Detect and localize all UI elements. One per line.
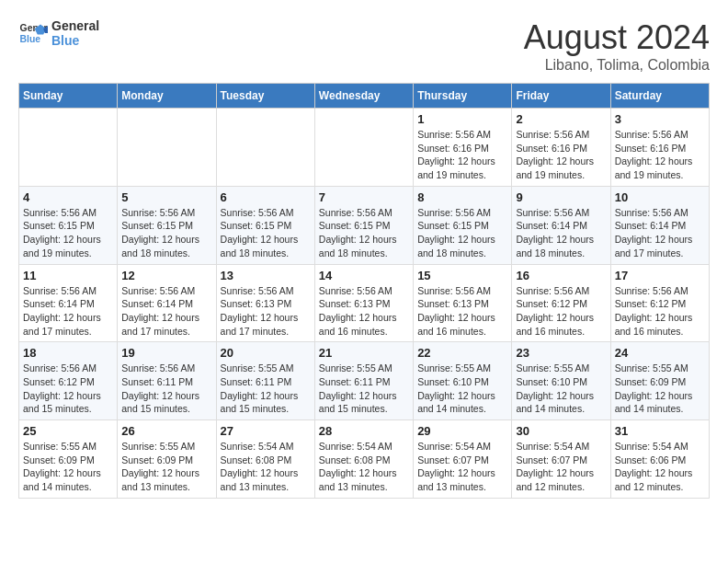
day-info: Sunrise: 5:54 AMSunset: 6:08 PMDaylight:…: [221, 440, 311, 494]
weekday-header-friday: Friday: [512, 84, 610, 109]
day-number: 4: [23, 190, 113, 204]
day-number: 18: [23, 346, 113, 360]
day-info: Sunrise: 5:55 AMSunset: 6:10 PMDaylight:…: [417, 362, 507, 416]
calendar-cell: 15Sunrise: 5:56 AMSunset: 6:13 PMDayligh…: [414, 264, 512, 342]
day-info: Sunrise: 5:54 AMSunset: 6:07 PMDaylight:…: [516, 440, 606, 494]
calendar-cell: 13Sunrise: 5:56 AMSunset: 6:13 PMDayligh…: [216, 264, 314, 342]
day-number: 30: [516, 424, 606, 438]
day-number: 17: [615, 269, 705, 282]
day-number: 19: [121, 346, 211, 360]
weekday-header-row: SundayMondayTuesdayWednesdayThursdayFrid…: [19, 84, 710, 109]
day-info: Sunrise: 5:56 AMSunset: 6:15 PMDaylight:…: [417, 206, 507, 260]
day-info: Sunrise: 5:56 AMSunset: 6:13 PMDaylight:…: [417, 284, 507, 339]
day-number: 10: [615, 190, 705, 204]
calendar-cell: 23Sunrise: 5:55 AMSunset: 6:10 PMDayligh…: [512, 342, 610, 420]
day-number: 12: [121, 269, 211, 282]
day-number: 22: [417, 346, 507, 360]
calendar-cell: 21Sunrise: 5:55 AMSunset: 6:11 PMDayligh…: [314, 342, 413, 420]
day-info: Sunrise: 5:56 AMSunset: 6:16 PMDaylight:…: [516, 128, 606, 182]
weekday-header-monday: Monday: [118, 84, 216, 109]
calendar-cell: 9Sunrise: 5:56 AMSunset: 6:14 PMDaylight…: [512, 186, 610, 264]
calendar-cell: 17Sunrise: 5:56 AMSunset: 6:12 PMDayligh…: [610, 264, 709, 342]
day-info: Sunrise: 5:56 AMSunset: 6:16 PMDaylight:…: [615, 128, 705, 182]
day-info: Sunrise: 5:56 AMSunset: 6:14 PMDaylight:…: [615, 206, 705, 260]
week-row-3: 11Sunrise: 5:56 AMSunset: 6:14 PMDayligh…: [19, 264, 710, 342]
calendar-cell: 28Sunrise: 5:54 AMSunset: 6:08 PMDayligh…: [314, 420, 413, 499]
calendar-cell: 2Sunrise: 5:56 AMSunset: 6:16 PMDaylight…: [512, 109, 610, 187]
day-info: Sunrise: 5:55 AMSunset: 6:11 PMDaylight:…: [221, 362, 311, 416]
day-number: 5: [121, 190, 211, 204]
day-info: Sunrise: 5:56 AMSunset: 6:14 PMDaylight:…: [23, 284, 113, 339]
day-number: 23: [516, 346, 606, 360]
week-row-5: 25Sunrise: 5:55 AMSunset: 6:09 PMDayligh…: [19, 420, 710, 499]
calendar-cell: [19, 109, 118, 187]
calendar-cell: 31Sunrise: 5:54 AMSunset: 6:06 PMDayligh…: [610, 420, 709, 499]
day-number: 9: [516, 190, 606, 204]
calendar-cell: 26Sunrise: 5:55 AMSunset: 6:09 PMDayligh…: [118, 420, 216, 499]
weekday-header-wednesday: Wednesday: [314, 84, 413, 109]
weekday-header-sunday: Sunday: [19, 84, 118, 109]
day-info: Sunrise: 5:55 AMSunset: 6:09 PMDaylight:…: [23, 440, 113, 494]
calendar-cell: 4Sunrise: 5:56 AMSunset: 6:15 PMDaylight…: [19, 186, 118, 264]
weekday-header-thursday: Thursday: [414, 84, 512, 109]
day-info: Sunrise: 5:56 AMSunset: 6:12 PMDaylight:…: [516, 284, 606, 339]
day-number: 15: [417, 269, 507, 282]
day-number: 16: [516, 269, 606, 282]
calendar-cell: 10Sunrise: 5:56 AMSunset: 6:14 PMDayligh…: [610, 186, 709, 264]
calendar-cell: [118, 109, 216, 187]
title-area: August 2024 Libano, Tolima, Colombia: [524, 18, 710, 74]
day-number: 20: [221, 346, 311, 360]
calendar-cell: 24Sunrise: 5:55 AMSunset: 6:09 PMDayligh…: [610, 342, 709, 420]
header: General Blue General Blue August 2024 Li…: [18, 18, 710, 74]
day-info: Sunrise: 5:55 AMSunset: 6:11 PMDaylight:…: [319, 362, 409, 416]
weekday-header-saturday: Saturday: [610, 84, 709, 109]
day-number: 13: [221, 269, 311, 282]
calendar-cell: 20Sunrise: 5:55 AMSunset: 6:11 PMDayligh…: [216, 342, 314, 420]
day-info: Sunrise: 5:55 AMSunset: 6:09 PMDaylight:…: [121, 440, 211, 494]
day-number: 6: [221, 190, 311, 204]
calendar-cell: 1Sunrise: 5:56 AMSunset: 6:16 PMDaylight…: [414, 109, 512, 187]
logo-general: General: [51, 18, 99, 33]
day-number: 31: [615, 424, 705, 438]
day-info: Sunrise: 5:56 AMSunset: 6:12 PMDaylight:…: [615, 284, 705, 339]
week-row-1: 1Sunrise: 5:56 AMSunset: 6:16 PMDaylight…: [19, 109, 710, 187]
day-info: Sunrise: 5:56 AMSunset: 6:14 PMDaylight:…: [516, 206, 606, 260]
day-info: Sunrise: 5:56 AMSunset: 6:12 PMDaylight:…: [23, 362, 113, 416]
calendar-cell: 22Sunrise: 5:55 AMSunset: 6:10 PMDayligh…: [414, 342, 512, 420]
day-number: 14: [319, 269, 409, 282]
calendar-cell: 8Sunrise: 5:56 AMSunset: 6:15 PMDaylight…: [414, 186, 512, 264]
svg-text:Blue: Blue: [20, 34, 41, 44]
calendar-cell: 30Sunrise: 5:54 AMSunset: 6:07 PMDayligh…: [512, 420, 610, 499]
calendar-cell: 25Sunrise: 5:55 AMSunset: 6:09 PMDayligh…: [19, 420, 118, 499]
day-number: 28: [319, 424, 409, 438]
day-info: Sunrise: 5:54 AMSunset: 6:06 PMDaylight:…: [615, 440, 705, 494]
day-number: 11: [23, 269, 113, 282]
day-number: 7: [319, 190, 409, 204]
calendar-cell: [314, 109, 413, 187]
calendar-subtitle: Libano, Tolima, Colombia: [524, 57, 710, 74]
day-number: 24: [615, 346, 705, 360]
weekday-header-tuesday: Tuesday: [216, 84, 314, 109]
day-number: 8: [417, 190, 507, 204]
calendar-cell: 7Sunrise: 5:56 AMSunset: 6:15 PMDaylight…: [314, 186, 413, 264]
calendar-cell: 14Sunrise: 5:56 AMSunset: 6:13 PMDayligh…: [314, 264, 413, 342]
day-number: 26: [121, 424, 211, 438]
calendar-title: August 2024: [524, 18, 710, 57]
calendar-cell: 16Sunrise: 5:56 AMSunset: 6:12 PMDayligh…: [512, 264, 610, 342]
logo-icon: General Blue: [18, 18, 48, 48]
calendar-cell: 18Sunrise: 5:56 AMSunset: 6:12 PMDayligh…: [19, 342, 118, 420]
calendar-cell: 27Sunrise: 5:54 AMSunset: 6:08 PMDayligh…: [216, 420, 314, 499]
week-row-4: 18Sunrise: 5:56 AMSunset: 6:12 PMDayligh…: [19, 342, 710, 420]
day-info: Sunrise: 5:56 AMSunset: 6:11 PMDaylight:…: [121, 362, 211, 416]
day-number: 29: [417, 424, 507, 438]
calendar-cell: 29Sunrise: 5:54 AMSunset: 6:07 PMDayligh…: [414, 420, 512, 499]
day-number: 27: [221, 424, 311, 438]
day-info: Sunrise: 5:56 AMSunset: 6:16 PMDaylight:…: [417, 128, 507, 182]
day-info: Sunrise: 5:56 AMSunset: 6:15 PMDaylight:…: [319, 206, 409, 260]
logo: General Blue General Blue: [18, 18, 99, 48]
week-row-2: 4Sunrise: 5:56 AMSunset: 6:15 PMDaylight…: [19, 186, 710, 264]
day-number: 21: [319, 346, 409, 360]
calendar-cell: [216, 109, 314, 187]
day-number: 3: [615, 112, 705, 126]
calendar-cell: 3Sunrise: 5:56 AMSunset: 6:16 PMDaylight…: [610, 109, 709, 187]
